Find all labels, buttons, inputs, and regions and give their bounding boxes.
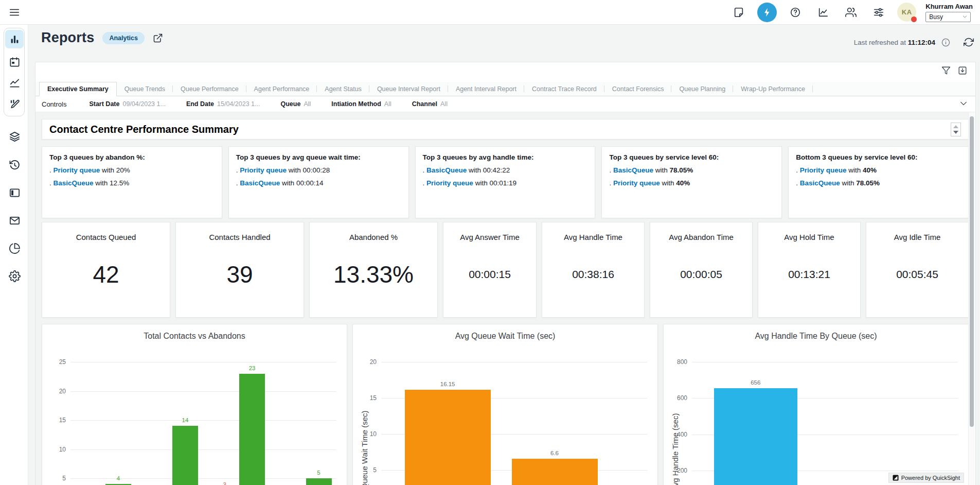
queue-link[interactable]: BasicQueue bbox=[613, 166, 653, 174]
queue-link[interactable]: Priority queue bbox=[240, 166, 287, 174]
kpi-card-avg-idle-time: Avg Idle Time00:05:45 bbox=[866, 222, 968, 318]
kpi-card-avg-abandon-time: Avg Abandon Time00:00:05 bbox=[650, 222, 753, 318]
quick-connect-icon[interactable] bbox=[757, 3, 777, 22]
tab-agent-interval-report[interactable]: Agent Interval Report bbox=[448, 82, 524, 96]
bar-16.15[interactable] bbox=[405, 390, 491, 485]
tab-queue-trends[interactable]: Queue Trends bbox=[117, 82, 173, 96]
y-tick-label: 15 bbox=[45, 417, 66, 424]
tab-queue-interval-report[interactable]: Queue Interval Report bbox=[369, 82, 448, 96]
tab-contract-trace-record[interactable]: Contract Trace Record bbox=[524, 82, 604, 96]
external-link-icon[interactable] bbox=[153, 33, 163, 43]
filter-channel[interactable]: ChannelAll bbox=[412, 100, 448, 108]
users-icon[interactable] bbox=[842, 3, 860, 22]
kpi-row: Contacts Queued42Contacts Handled39Aband… bbox=[42, 222, 968, 318]
filter-intiation-method[interactable]: Intiation MethodAll bbox=[331, 100, 391, 108]
sidebar-item-pie-chart[interactable] bbox=[5, 239, 24, 257]
gear-icon bbox=[9, 270, 21, 282]
filter-value: All bbox=[304, 100, 311, 108]
bar-5[interactable] bbox=[306, 478, 332, 485]
metrics-icon[interactable] bbox=[814, 3, 832, 22]
filter-label: End Date bbox=[186, 100, 214, 108]
y-tick-label: 25 bbox=[45, 358, 66, 366]
insight-value: 78.05% bbox=[856, 179, 880, 187]
insight-text: with bbox=[473, 179, 490, 187]
sidebar-item-calendar[interactable] bbox=[5, 53, 24, 71]
kpi-value: 00:00:05 bbox=[650, 268, 752, 280]
bar-23[interactable] bbox=[239, 374, 265, 485]
controls-expand-chevron-icon[interactable] bbox=[959, 99, 968, 108]
queue-link[interactable]: BasicQueue bbox=[240, 179, 280, 187]
tab-wrap-up-performance[interactable]: Wrap-Up Performance bbox=[733, 82, 813, 96]
insight-value: 00:01:19 bbox=[489, 179, 516, 187]
gridline bbox=[70, 420, 336, 421]
bar-value-label: 6.6 bbox=[512, 450, 598, 456]
y-axis-label: Avg Handle Time (sec) bbox=[671, 413, 680, 485]
queue-link[interactable]: Priority queue bbox=[426, 179, 473, 187]
kpi-value: 42 bbox=[42, 261, 170, 288]
history-icon bbox=[9, 159, 21, 171]
bar-656[interactable] bbox=[714, 388, 797, 485]
refresh-icon[interactable] bbox=[964, 37, 974, 47]
bar-6.6[interactable] bbox=[512, 459, 598, 485]
sidebar-item-mail[interactable] bbox=[5, 211, 24, 230]
queue-link[interactable]: BasicQueue bbox=[426, 166, 467, 174]
window-icon bbox=[9, 187, 21, 199]
tab-queue-planning[interactable]: Queue Planning bbox=[671, 82, 733, 96]
tab-contact-forensics[interactable]: Contact Forensics bbox=[604, 82, 672, 96]
queue-link[interactable]: BasicQueue bbox=[54, 179, 94, 187]
tab-agent-performance[interactable]: Agent Performance bbox=[246, 82, 317, 96]
bar-value-label: 656 bbox=[714, 379, 797, 386]
filter-queue[interactable]: QueueAll bbox=[280, 100, 311, 108]
insight-item: . BasicQueue with 00:42:22 bbox=[423, 166, 588, 174]
queue-link[interactable]: Priority queue bbox=[613, 179, 660, 187]
status-select[interactable]: Busy bbox=[925, 12, 971, 22]
insight-value: 40% bbox=[676, 179, 690, 187]
bullet-dot: . bbox=[609, 166, 613, 174]
filter-start-date[interactable]: Start Date09/04/2023 1... bbox=[89, 100, 165, 108]
bar-value-label: 16.15 bbox=[405, 381, 491, 387]
bar-value-label: 14 bbox=[172, 417, 198, 423]
last-refreshed-time: 11:12:04 bbox=[908, 39, 935, 46]
info-icon[interactable] bbox=[941, 38, 950, 47]
queue-link[interactable]: BasicQueue bbox=[800, 179, 840, 187]
hamburger-menu-icon[interactable] bbox=[6, 4, 23, 21]
quicksight-logo-icon bbox=[893, 475, 899, 481]
stepper-down-icon[interactable] bbox=[953, 131, 958, 134]
insight-item: . Priority queue with 00:01:19 bbox=[423, 179, 588, 187]
sidebar-item-line-chart[interactable] bbox=[5, 74, 24, 92]
filter-label: Channel bbox=[412, 100, 437, 108]
filter-end-date[interactable]: End Date15/04/2023 1... bbox=[186, 100, 260, 108]
tab-queue-performance[interactable]: Queue Performance bbox=[173, 82, 246, 96]
export-icon[interactable] bbox=[958, 66, 967, 75]
sidebar-item-brush[interactable] bbox=[5, 95, 24, 114]
user-avatar[interactable]: KA bbox=[897, 3, 916, 22]
summary-header-tile: Contact Centre Performance Summary bbox=[42, 119, 968, 140]
settings-sliders-icon[interactable] bbox=[869, 3, 888, 22]
sidebar-item-window[interactable] bbox=[5, 183, 24, 202]
sidebar-item-gear[interactable] bbox=[5, 267, 24, 285]
sidebar-item-history[interactable] bbox=[5, 155, 24, 174]
queue-link[interactable]: Priority queue bbox=[54, 166, 100, 174]
insight-card-title: Top 3 queues by service level 60: bbox=[609, 153, 774, 161]
bar-chart-icon bbox=[9, 33, 21, 45]
powered-by-quicksight-badge[interactable]: Powered by QuickSight bbox=[888, 473, 964, 483]
stepper-up-icon[interactable] bbox=[953, 125, 958, 128]
kpi-value: 00:38:16 bbox=[542, 268, 644, 280]
insight-item: . BasicQueue with 78.05% bbox=[609, 166, 774, 174]
queue-link[interactable]: Priority queue bbox=[800, 166, 847, 174]
page-title: Reports bbox=[41, 30, 94, 46]
vertical-scrollbar-thumb[interactable] bbox=[970, 116, 974, 427]
kpi-card-avg-answer-time: Avg Answer Time00:00:15 bbox=[443, 222, 537, 318]
tab-executive-summary[interactable]: Executive Summary bbox=[39, 82, 117, 96]
notes-icon[interactable] bbox=[729, 3, 748, 22]
tab-agent-status[interactable]: Agent Status bbox=[317, 82, 369, 96]
insight-item: . Priority queue with 00:00:28 bbox=[236, 166, 401, 174]
kpi-label: Avg Idle Time bbox=[866, 233, 968, 241]
help-icon[interactable] bbox=[786, 3, 805, 22]
sidebar-item-layers[interactable] bbox=[5, 127, 24, 146]
filter-funnel-icon[interactable] bbox=[941, 66, 951, 75]
sidebar-item-bar-chart-active[interactable] bbox=[5, 30, 24, 48]
brush-icon bbox=[9, 99, 21, 111]
bar-14[interactable] bbox=[172, 426, 198, 485]
insight-item: . Priority queue with 40% bbox=[609, 179, 774, 187]
